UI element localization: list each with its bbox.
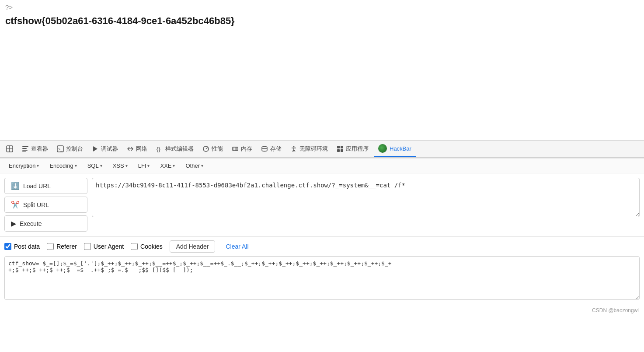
menu-encryption[interactable]: Encryption ▾ [4, 161, 43, 170]
tab-memory-label: 内存 [241, 145, 252, 153]
hackbar-menu-bar: Encryption ▾ Encoding ▾ SQL ▾ XSS ▾ LFI … [0, 158, 644, 173]
lfi-chevron-icon: ▾ [147, 163, 150, 168]
post-data-label: Post data [14, 243, 40, 250]
style-editor-icon: {} [156, 145, 163, 152]
hackbar-options-row: Post data Referer User Agent Cookies Add… [0, 236, 644, 256]
menu-other[interactable]: Other ▾ [181, 161, 208, 170]
console-icon: >_ [57, 145, 64, 152]
encoding-chevron-icon: ▾ [75, 163, 77, 168]
hackbar-left-buttons: ⬇️ Load URL ✂️ Split URL ▶ Execute [4, 178, 87, 232]
tab-console-label: 控制台 [66, 145, 83, 153]
split-url-icon: ✂️ [11, 201, 20, 209]
hackbar-panel: Encryption ▾ Encoding ▾ SQL ▾ XSS ▾ LFI … [0, 158, 644, 315]
clear-all-button[interactable]: Clear All [222, 241, 252, 252]
memory-icon [232, 145, 239, 152]
tab-performance-label: 性能 [212, 145, 223, 153]
svg-marker-9 [93, 146, 97, 151]
devtools-picker-icon[interactable] [2, 141, 17, 157]
referer-checkbox[interactable] [47, 243, 54, 250]
load-url-button[interactable]: ⬇️ Load URL [4, 178, 87, 194]
performance-icon [202, 145, 209, 152]
other-chevron-icon: ▾ [201, 163, 203, 168]
tab-application[interactable]: 应用程序 [332, 141, 373, 157]
post-data-option[interactable]: Post data [4, 243, 40, 250]
tab-network[interactable]: 网络 [122, 141, 152, 157]
menu-encoding[interactable]: Encoding ▾ [45, 161, 81, 170]
tab-accessibility[interactable]: 无障碍环境 [286, 141, 332, 157]
top-content-area: ?> ctfshow{05b02a61-6316-4184-9ce1-6a452… [0, 0, 644, 140]
tab-memory[interactable]: 内存 [227, 141, 257, 157]
flag-output: ctfshow{05b02a61-6316-4184-9ce1-6a452bc4… [5, 15, 639, 27]
load-url-icon: ⬇️ [11, 182, 20, 190]
devtools-toolbar: 查看器 >_ 控制台 调试器 网络 {} 样式编辑器 性能 [0, 140, 644, 158]
svg-rect-25 [341, 146, 343, 148]
post-data-checkbox[interactable] [4, 243, 11, 250]
tab-style-editor[interactable]: {} 样式编辑器 [152, 141, 198, 157]
menu-sql[interactable]: SQL ▾ [83, 161, 107, 170]
menu-xss[interactable]: XSS ▾ [108, 161, 132, 170]
menu-lfi[interactable]: LFI ▾ [134, 161, 154, 170]
svg-rect-26 [337, 149, 340, 152]
svg-text:{}: {} [157, 146, 160, 152]
tab-application-label: 应用程序 [346, 145, 369, 153]
tab-hackbar-label: HackBar [390, 145, 411, 152]
tab-debugger-label: 调试器 [101, 145, 118, 153]
menu-xxe[interactable]: XXE ▾ [156, 161, 179, 170]
user-agent-label: User Agent [94, 243, 124, 250]
cookies-checkbox[interactable] [131, 243, 138, 250]
svg-rect-27 [341, 149, 343, 152]
php-closing-tag: ?> [5, 4, 639, 11]
tab-storage-label: 存储 [270, 145, 282, 153]
accessibility-icon [290, 145, 297, 152]
svg-point-19 [293, 146, 295, 148]
encryption-chevron-icon: ▾ [37, 163, 39, 168]
cookies-label: Cookies [140, 243, 163, 250]
network-icon [127, 145, 134, 152]
tab-debugger[interactable]: 调试器 [87, 141, 122, 157]
tab-network-label: 网络 [136, 145, 147, 153]
tab-console[interactable]: >_ 控制台 [52, 141, 87, 157]
application-icon [337, 145, 344, 152]
svg-line-13 [206, 148, 208, 149]
execute-button[interactable]: ▶ Execute [4, 215, 87, 232]
tab-viewer-label: 查看器 [31, 145, 48, 153]
postdata-input[interactable] [4, 256, 640, 300]
xxe-chevron-icon: ▾ [173, 163, 175, 168]
svg-rect-24 [337, 146, 340, 148]
svg-text:>_: >_ [58, 147, 63, 151]
add-header-button[interactable]: Add Header [170, 240, 216, 253]
tab-style-editor-label: 样式编辑器 [165, 145, 194, 153]
tab-performance[interactable]: 性能 [198, 141, 227, 157]
storage-icon [261, 145, 268, 152]
debugger-icon [92, 145, 99, 152]
tab-accessibility-label: 无障碍环境 [299, 145, 328, 153]
referer-option[interactable]: Referer [47, 243, 77, 250]
split-url-button[interactable]: ✂️ Split URL [4, 197, 87, 213]
tab-viewer[interactable]: 查看器 [17, 141, 52, 157]
tab-storage[interactable]: 存储 [257, 141, 286, 157]
sql-chevron-icon: ▾ [100, 163, 102, 168]
svg-rect-6 [22, 151, 26, 152]
hackbar-avatar-icon [378, 144, 387, 153]
user-agent-checkbox[interactable] [84, 243, 91, 250]
referer-label: Referer [56, 243, 77, 250]
user-agent-option[interactable]: User Agent [84, 243, 124, 250]
xss-chevron-icon: ▾ [125, 163, 128, 168]
viewer-icon [22, 145, 29, 152]
svg-point-18 [262, 147, 267, 149]
url-input[interactable] [92, 178, 640, 217]
svg-rect-3 [22, 146, 28, 147]
svg-rect-5 [22, 150, 28, 151]
execute-icon: ▶ [11, 219, 16, 228]
cookies-option[interactable]: Cookies [131, 243, 163, 250]
tab-hackbar[interactable]: HackBar [374, 141, 416, 157]
csdn-watermark: CSDN @baozongwi [0, 306, 644, 315]
svg-rect-4 [22, 148, 27, 149]
hackbar-main-row: ⬇️ Load URL ✂️ Split URL ▶ Execute [0, 173, 644, 236]
